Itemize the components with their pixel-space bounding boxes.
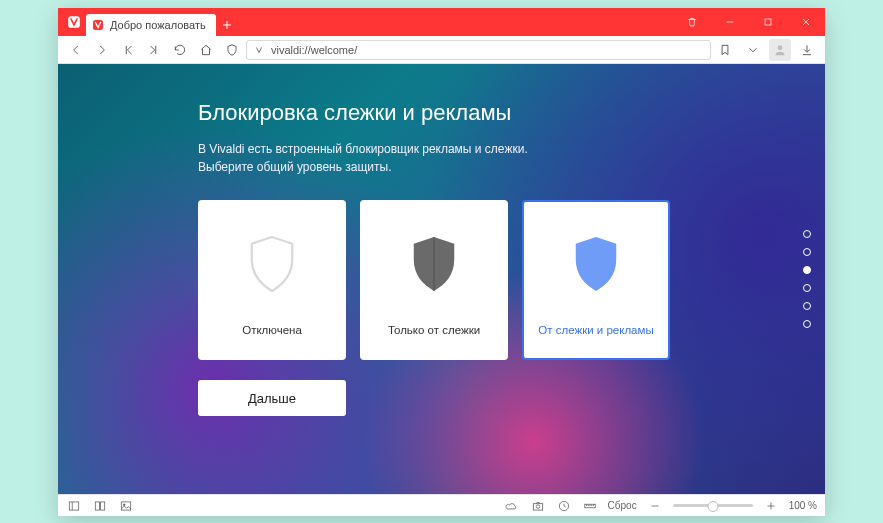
zoom-out-button[interactable] <box>647 498 663 514</box>
svg-rect-7 <box>121 501 130 509</box>
page-heading: Блокировка слежки и рекламы <box>198 100 825 126</box>
sync-button[interactable] <box>504 498 520 514</box>
option-card-label: Отключена <box>242 324 302 336</box>
zoom-in-button[interactable] <box>763 498 779 514</box>
trash-button[interactable] <box>673 8 711 36</box>
page-lead: В Vivaldi есть встроенный блокировщик ре… <box>198 140 825 176</box>
bookmark-button[interactable] <box>713 38 737 62</box>
download-icon <box>800 43 814 57</box>
capture-button[interactable] <box>530 498 546 514</box>
zoom-slider[interactable] <box>673 504 753 507</box>
svg-rect-4 <box>69 501 78 509</box>
shield-filled-icon <box>407 232 461 296</box>
step-dot[interactable] <box>803 320 811 328</box>
svg-rect-5 <box>95 501 99 509</box>
step-indicator <box>803 230 811 328</box>
nav-home-button[interactable] <box>194 38 218 62</box>
option-cards: Отключена Только от слежки От слежки и р… <box>198 200 825 360</box>
option-card-trackers[interactable]: Только от слежки <box>360 200 508 360</box>
shield-filled-icon <box>569 232 623 296</box>
window-minimize-button[interactable] <box>711 8 749 36</box>
welcome-content: Блокировка слежки и рекламы В Vivaldi ес… <box>58 64 825 494</box>
dropdown-button[interactable] <box>741 38 765 62</box>
bookmark-icon <box>718 43 732 57</box>
zoom-reset-button[interactable]: Сброс <box>608 500 637 511</box>
cloud-icon <box>505 499 519 513</box>
user-icon <box>773 43 787 57</box>
status-bar: Сброс 100 % <box>58 494 825 516</box>
svg-point-3 <box>778 45 783 50</box>
clock-icon <box>557 499 571 513</box>
zoom-level: 100 % <box>789 500 817 511</box>
step-dot-active[interactable] <box>803 266 811 274</box>
trash-icon <box>686 16 698 28</box>
downloads-button[interactable] <box>795 38 819 62</box>
address-field[interactable]: vivaldi://welcome/ <box>246 40 711 60</box>
plus-icon <box>764 499 778 513</box>
chevron-right-icon <box>95 43 109 57</box>
window-maximize-button[interactable] <box>749 8 787 36</box>
minimize-icon <box>724 16 736 28</box>
tab-title: Добро пожаловать <box>110 19 206 31</box>
tiling-button[interactable] <box>92 498 108 514</box>
browser-tab[interactable]: Добро пожаловать <box>86 14 216 36</box>
step-dot[interactable] <box>803 284 811 292</box>
title-bar: Добро пожаловать <box>58 8 825 36</box>
rewind-icon <box>121 43 135 57</box>
minus-icon <box>648 499 662 513</box>
ruler-icon <box>583 499 597 513</box>
nav-fastforward-button[interactable] <box>142 38 166 62</box>
svg-point-10 <box>536 504 540 508</box>
svg-rect-6 <box>101 501 105 509</box>
option-card-label: От слежки и рекламы <box>538 324 653 336</box>
option-card-label: Только от слежки <box>388 324 480 336</box>
option-card-ads[interactable]: От слежки и рекламы <box>522 200 670 360</box>
grid-icon <box>93 499 107 513</box>
next-button[interactable]: Дальше <box>198 380 346 416</box>
shield-outline-icon <box>245 232 299 296</box>
shield-toggle-button[interactable] <box>220 38 244 62</box>
browser-window: Добро пожаловать vivaldi://welcome/ <box>58 8 825 516</box>
svg-rect-2 <box>765 19 771 25</box>
vivaldi-logo-icon <box>64 8 84 36</box>
chevron-down-icon <box>746 43 760 57</box>
chevron-left-icon <box>69 43 83 57</box>
clock-button[interactable] <box>556 498 572 514</box>
images-toggle-button[interactable] <box>118 498 134 514</box>
step-dot[interactable] <box>803 302 811 310</box>
panel-toggle-button[interactable] <box>66 498 82 514</box>
vivaldi-small-icon <box>253 44 265 56</box>
fast-forward-icon <box>147 43 161 57</box>
home-icon <box>199 43 213 57</box>
image-icon <box>119 499 133 513</box>
camera-icon <box>531 499 545 513</box>
vivaldi-logo-icon <box>92 19 104 31</box>
nav-forward-button[interactable] <box>90 38 114 62</box>
window-close-button[interactable] <box>787 8 825 36</box>
shield-icon <box>225 43 239 57</box>
nav-rewind-button[interactable] <box>116 38 140 62</box>
address-bar: vivaldi://welcome/ <box>58 36 825 64</box>
new-tab-button[interactable] <box>216 14 238 36</box>
step-dot[interactable] <box>803 248 811 256</box>
ruler-button[interactable] <box>582 498 598 514</box>
reload-icon <box>173 43 187 57</box>
maximize-icon <box>762 16 774 28</box>
url-text: vivaldi://welcome/ <box>271 44 357 56</box>
nav-reload-button[interactable] <box>168 38 192 62</box>
nav-back-button[interactable] <box>64 38 88 62</box>
panel-icon <box>67 499 81 513</box>
profile-button[interactable] <box>769 39 791 61</box>
step-dot[interactable] <box>803 230 811 238</box>
close-icon <box>800 16 812 28</box>
option-card-disabled[interactable]: Отключена <box>198 200 346 360</box>
